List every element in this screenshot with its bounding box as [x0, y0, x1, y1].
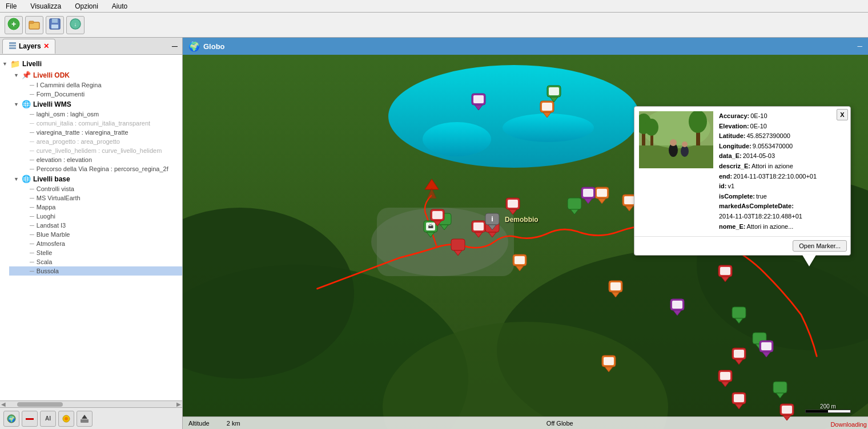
tree-livelli-wms-header[interactable]: ▼ 🌐 Livelli WMS — [9, 99, 182, 110]
popup-close-button[interactable]: X — [837, 109, 848, 120]
open-marker-button[interactable]: Open Marker... — [793, 240, 847, 252]
marker-bottom-2[interactable] — [772, 381, 788, 399]
tree-group-livelli-header[interactable]: ▼ 📁 Livelli — [0, 58, 182, 70]
marker-mid-1[interactable] — [512, 253, 528, 272]
marker-orange-5[interactable] — [601, 354, 617, 373]
map-area[interactable]: Demobbio 🏔 — [183, 55, 868, 429]
menu-aiuto[interactable]: Aiuto — [108, 1, 131, 11]
svg-rect-89 — [720, 267, 730, 275]
dash-11: ─ — [30, 195, 34, 201]
tree-item-mappa[interactable]: ─ Mappa — [9, 203, 182, 212]
marker-info[interactable]: i — [484, 212, 500, 230]
marker-red-5[interactable] — [450, 238, 466, 256]
mappa-label: Mappa — [37, 204, 56, 211]
percorso-label: Percorso della Via Regina : percorso_reg… — [37, 165, 168, 172]
menu-visualizza[interactable]: Visualizza — [27, 1, 65, 11]
svg-marker-67 — [612, 292, 620, 297]
tree-item-elevation[interactable]: ─ elevation : elevation — [9, 155, 182, 164]
tree-item-controlli[interactable]: ─ Controlli vista — [9, 184, 182, 193]
svg-point-123 — [670, 139, 677, 146]
marker-orange-4[interactable] — [608, 280, 624, 298]
tree-item-msve[interactable]: ─ MS VirtualEarth — [9, 193, 182, 203]
id-key: id: — [719, 181, 726, 192]
tree-item-atmosfera[interactable]: ─ Atmosfera — [9, 239, 182, 248]
marker-purple-3[interactable] — [669, 298, 685, 316]
menu-opzioni[interactable]: Opzioni — [71, 1, 102, 11]
tree-item-bussola[interactable]: ─ Bussola — [9, 266, 182, 276]
tree-item-bluemarble[interactable]: ─ Blue Marble — [9, 230, 182, 239]
layer-tree: ▼ 📁 Livelli ▼ 📌 Livelli ODK ─ I Cammini … — [0, 55, 182, 400]
popup-footer: Open Marker... — [634, 236, 850, 255]
layers-tab-icon — [9, 42, 17, 51]
svg-marker-106 — [776, 393, 784, 398]
ai-button[interactable]: AI — [40, 411, 56, 427]
svg-rect-86 — [549, 87, 559, 95]
tree-item-curve[interactable]: ─ curve_livello_helidem : curve_livello_… — [9, 146, 182, 155]
delete-layer-button[interactable] — [22, 411, 38, 427]
position-label: Off Globe — [546, 420, 573, 427]
marker-side-2[interactable] — [731, 347, 747, 365]
dash-icon-2: ─ — [30, 91, 34, 98]
tree-livelli-odk-header[interactable]: ▼ 📌 Livelli ODK — [9, 70, 182, 80]
tree-item-area[interactable]: ─ area_progetto : area_progetto — [9, 137, 182, 146]
new-button[interactable]: + — [5, 16, 23, 34]
marker-red-arrow[interactable] — [423, 178, 441, 199]
info-popup: Accuracy:0E-10 Elevation:0E-10 Latitude:… — [634, 106, 851, 256]
area-label: area_progetto : area_progetto — [37, 138, 120, 145]
marker-orange-2[interactable] — [594, 186, 610, 204]
marker-side-3[interactable] — [758, 339, 774, 358]
open-icon — [28, 18, 41, 33]
layers-tab[interactable]: Layers ✕ — [2, 39, 55, 54]
marker-bottom-1[interactable] — [717, 369, 733, 387]
globe-minimize[interactable]: ─ — [857, 42, 862, 50]
tree-item-stelle[interactable]: ─ Stelle — [9, 248, 182, 257]
id-val: v1 — [728, 181, 734, 192]
tree-item-luoghi[interactable]: ─ Luoghi — [9, 212, 182, 221]
marker-purple-2[interactable] — [580, 186, 596, 204]
marker-bottom-3[interactable] — [731, 391, 747, 410]
elevation-val: 0E-10 — [750, 122, 767, 132]
svg-marker-58 — [543, 112, 551, 118]
comuni-label: comuni_italia : comuni_italia_transparen… — [37, 120, 150, 127]
left-panel-scrollbar[interactable]: ◀ ▶ — [0, 400, 182, 407]
landsat-label: Landsat I3 — [37, 222, 66, 229]
tree-item-cammini[interactable]: ─ I Cammini della Regina — [9, 80, 182, 90]
open-button[interactable] — [25, 16, 43, 34]
marker-red-3[interactable] — [505, 197, 521, 215]
svg-rect-74 — [473, 95, 484, 103]
import-button[interactable]: ↓ — [66, 16, 85, 34]
marker-red-1[interactable] — [429, 208, 445, 226]
svg-marker-108 — [735, 404, 743, 409]
tree-item-viaregina[interactable]: ─ viaregina_tratte : viaregina_tratte — [9, 128, 182, 137]
style-button[interactable] — [58, 411, 74, 427]
menu-file[interactable]: File — [2, 1, 20, 11]
dash-12: ─ — [30, 204, 34, 211]
tree-livelli-base-header[interactable]: ▼ 🌐 Livelli base — [9, 173, 182, 184]
add-layer-button[interactable]: 🌍 — [3, 411, 19, 427]
svg-marker-56 — [454, 250, 462, 256]
scroll-thumb[interactable] — [17, 402, 63, 407]
export-button[interactable] — [77, 411, 93, 427]
tree-item-form[interactable]: ─ Form_Documenti — [9, 90, 182, 99]
tree-item-landsat[interactable]: ─ Landsat I3 — [9, 221, 182, 230]
save-button[interactable] — [46, 16, 64, 34]
svg-marker-43 — [427, 188, 436, 199]
tree-item-scala[interactable]: ─ Scala — [9, 257, 182, 266]
layers-tab-close[interactable]: ✕ — [43, 42, 49, 50]
tree-item-comuni[interactable]: ─ comuni_italia : comuni_italia_transpar… — [9, 119, 182, 128]
svg-rect-65 — [624, 196, 634, 204]
menubar: File Visualizza Opzioni Aiuto — [0, 0, 868, 13]
marker-side-1[interactable] — [717, 264, 733, 282]
marker-purple-1[interactable] — [471, 92, 487, 111]
svg-marker-79 — [673, 310, 681, 315]
marker-top-1[interactable] — [546, 84, 562, 103]
svg-rect-80 — [672, 301, 682, 309]
tree-item-laghi[interactable]: ─ laghi_osm : laghi_osm — [9, 110, 182, 119]
svg-rect-77 — [583, 189, 593, 197]
left-panel-minimize[interactable]: ─ — [170, 41, 180, 52]
svg-rect-5 — [52, 19, 58, 23]
form-label: Form_Documenti — [37, 91, 85, 98]
marker-bottom-4[interactable] — [779, 403, 795, 421]
marker-green-5[interactable] — [731, 306, 747, 324]
tree-item-percorso[interactable]: ─ Percorso della Via Regina : percorso_r… — [9, 164, 182, 173]
